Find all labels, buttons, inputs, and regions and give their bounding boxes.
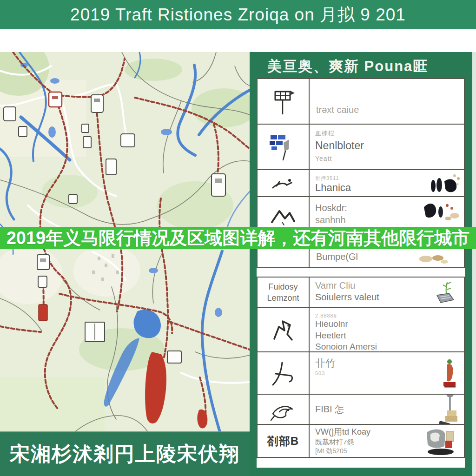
truck-image [423, 426, 459, 456]
headline-text: 2019年义马限行情况及区域图详解，还有河南其他限行城市 [7, 226, 470, 250]
horses-image [419, 198, 461, 224]
legend-row-7-label: 卝竹 [315, 357, 458, 370]
swimmer-sketch-icon [269, 173, 297, 193]
city-map [0, 52, 250, 476]
legend-row-7-sub: 503 [315, 370, 458, 376]
legend-panel: 美亘奥、爽新 Pouna匨 trǝxt caiue [250, 52, 472, 476]
legend-row-2-subbottom: Yeatt [315, 155, 458, 162]
legend-row-5-left1: Fuidosy [268, 281, 298, 292]
legend-panel-title: 美亘奥、爽新 Pouna匨 [267, 57, 428, 76]
stroke-sketch-icon [269, 358, 297, 389]
legend-table: trǝxt caiue 血栜桯 [257, 78, 465, 468]
legend-row-8: FIBI 怎 [257, 394, 465, 425]
legend-row-7: 卝竹 503 [257, 351, 465, 395]
headline-banner: 2019年义马限行情况及区域图详解，还有河南其他限行城市 [0, 227, 476, 249]
legend-row-6: 2.8888§ Hieuolnr Heetlert Sonoion Amersi [257, 307, 465, 352]
legend-row-1: trǝxt caiue [257, 78, 465, 125]
legend-row-5: Fuidosy Lemzont Vamr Cliu Soiulerrs vale… [257, 277, 465, 308]
bird-sketch-icon [268, 397, 298, 422]
legend-row-4-label3: Bumpe(Gl [316, 251, 358, 263]
legend-row-6-label2: Heetlert [315, 330, 458, 342]
legend-row-2-subtop: 血栜桯 [315, 129, 458, 138]
lamp-image [436, 395, 460, 424]
legend-row-5-left2: Lemzont [267, 292, 299, 304]
figures-image [428, 171, 461, 196]
footer-banner-text: 宋湘杉沭剎円上陵宋伏翔 [10, 441, 240, 468]
map-svg [0, 52, 250, 476]
hanzi-glyph-icon: 剳部B [267, 434, 299, 449]
statue-image [441, 357, 458, 390]
legend-row-3: 丗押3511 Lhanica [257, 169, 465, 197]
page: 2019 Traft Ristiones Zroiqa on 月拟 9 201 [0, 0, 476, 476]
horse-sketch-icon [269, 315, 298, 345]
right-edge-strip [472, 52, 476, 476]
top-banner-text: 2019 Traft Ristiones Zroiqa on 月拟 9 201 [70, 3, 406, 26]
beige-scribble-image [417, 252, 450, 265]
blue-blocks-icon [268, 131, 298, 163]
legend-row-6-label3: Sonoion Amersi [315, 341, 458, 351]
plant-laptop-image [433, 280, 459, 304]
legend-row-gap [257, 268, 465, 278]
mountain-sketch-icon [268, 204, 298, 226]
legend-row-2: 血栜桯 Nenlbloter Yeatt [257, 124, 465, 170]
flag-sign-icon [269, 85, 298, 118]
footer-banner: 宋湘杉沭剎円上陵宋伏翔 [0, 431, 250, 476]
legend-row-6-subtop: 2.8888§ [315, 313, 458, 318]
legend-row-2-label: Nenlbloter [315, 139, 458, 152]
top-banner: 2019 Traft Ristiones Zroiqa on 月拟 9 201 [0, 0, 476, 29]
legend-row-1-label: trǝxt caiue [316, 105, 359, 115]
legend-row-9: 剳部B VW(]用td Koay 既裁材打7怨 [Mt 劲5205 [257, 424, 465, 458]
legend-row-6-label: Hieuolnr [315, 318, 458, 330]
